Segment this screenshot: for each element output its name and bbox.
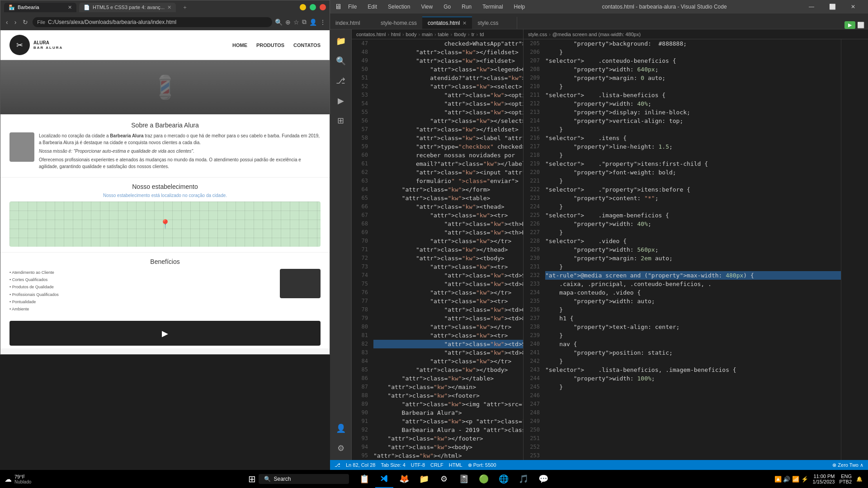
browser-tab-active[interactable]: 🏪 Barbearia ✕ (4, 3, 76, 12)
menu-view[interactable]: View (418, 3, 435, 11)
beneficios-image (280, 269, 321, 298)
nav-home[interactable]: HOME (232, 42, 247, 48)
vscode-close[interactable]: ✕ (843, 0, 863, 14)
close-button[interactable] (320, 4, 326, 10)
html-code-content: checked>WhatsApp"attr">class="kw"></labe… (372, 39, 523, 460)
tab-style-css[interactable]: style.css (472, 17, 517, 29)
beneficios-title: Benefícios (9, 258, 321, 265)
status-line-ending[interactable]: CRLF (430, 462, 443, 468)
logo-text: ALURA BAR ALURA (33, 40, 63, 50)
css-editor: style.css › @media screen and (max-width… (524, 29, 868, 460)
tab-contatos-html[interactable]: contatos.html ✕ (422, 17, 472, 29)
maximize-button[interactable] (310, 4, 316, 10)
status-port[interactable]: ⊗ Port: 5500 (468, 462, 496, 468)
statusbar: ⎇ Ln 82, Col 28 Tab Size: 4 UTF-8 CRLF H… (330, 460, 868, 470)
vscode-window-controls: — ⬜ ✕ (801, 0, 863, 14)
html-code-area[interactable]: 4748495051525354555657585960616263646566… (352, 39, 523, 460)
taskbar-app-chrome[interactable]: 🌐 (495, 470, 513, 488)
extensions-button[interactable]: ⧉ (302, 18, 307, 26)
taskbar-app-vscode[interactable] (375, 470, 393, 488)
menu-edit[interactable]: Edit (365, 3, 380, 11)
menu-button[interactable]: ⋮ (320, 19, 326, 26)
url-bar[interactable]: File C:/Users/alexa/Downloads/barbearia-… (33, 17, 272, 27)
vscode-window: 🖥 File Edit Selection View Go Run Termin… (330, 0, 868, 470)
notification-button[interactable]: 🔔 (856, 476, 863, 482)
menu-selection[interactable]: Selection (385, 3, 413, 11)
zoom-button[interactable]: 🔍 (275, 19, 283, 26)
search-bar[interactable]: 🔍 Search (259, 474, 349, 484)
star-button[interactable]: ☆ (293, 19, 299, 26)
run-button[interactable]: ▶ (844, 21, 855, 29)
vscode-maximize[interactable]: ⬜ (822, 0, 843, 14)
sys-icons: 🔼 🔊 📶 ⚡ (774, 476, 808, 483)
taskbar: ☁ 79°F Nublado ⊞ 🔍 Search 📋 🦊 📁 ⚙ 📓 🟢 🌐 … (0, 470, 868, 488)
statusbar-right: ⊗ Zero Two ∧ (832, 462, 863, 468)
menu-terminal[interactable]: Terminal (480, 3, 505, 11)
taskbar-app-notion[interactable]: 📓 (455, 470, 473, 488)
status-encoding[interactable]: UTF-8 (411, 462, 425, 468)
menu-run[interactable]: Run (459, 3, 474, 11)
activity-explorer[interactable]: 📁 (333, 33, 349, 49)
start-button[interactable]: ⊞ (248, 474, 256, 484)
tab-contatos-close[interactable]: ✕ (462, 20, 467, 26)
nav-contatos[interactable]: CONTATOS (293, 42, 321, 48)
tab-index-html-label: index.html (335, 20, 360, 26)
menu-help[interactable]: Help (511, 3, 528, 11)
taskbar-app-settings[interactable]: ⚙ (435, 470, 453, 488)
taskbar-app-firefox[interactable]: 🦊 (395, 470, 413, 488)
vscode-body: 📁 🔍 ⎇ ▶ ⊞ 👤 ⚙ contatos.html › html › bod… (330, 29, 868, 460)
tab-style-home[interactable]: style-home.css (375, 17, 422, 29)
vscode-minimize[interactable]: — (801, 0, 822, 14)
taskbar-app-discord[interactable]: 💬 (534, 470, 552, 488)
bookmark-button[interactable]: ⊕ (285, 19, 291, 26)
profile-button[interactable]: 👤 (309, 19, 317, 26)
taskbar-app-spotify[interactable]: 🎵 (514, 470, 533, 488)
menu-file[interactable]: File (345, 3, 359, 11)
forward-button[interactable]: › (13, 18, 19, 27)
status-ln-col[interactable]: Ln 82, Col 28 (346, 462, 375, 468)
back-button[interactable]: ‹ (4, 18, 10, 27)
tab-index-html[interactable]: index.html (330, 17, 375, 29)
taskbar-app-clipboard[interactable]: 📋 (355, 470, 373, 488)
activity-settings[interactable]: ⚙ (333, 440, 349, 456)
nav-produtos[interactable]: PRODUTOS (256, 42, 284, 48)
taskbar-app-green[interactable]: 🟢 (475, 470, 493, 488)
tab-label: Barbearia (18, 5, 39, 10)
tab2-close-button[interactable]: ✕ (167, 5, 171, 10)
activity-search[interactable]: 🔍 (333, 53, 349, 69)
split-editor-button[interactable]: ⬜ (857, 22, 864, 28)
minimize-button[interactable] (300, 4, 306, 10)
minimap-content (841, 39, 868, 460)
about-content: Localizado no coração da cidade a Barbea… (9, 132, 321, 170)
weather-temp: 79°F (14, 474, 31, 479)
reload-button[interactable]: ↻ (21, 18, 30, 27)
beneficios-list: • Atendimento ao Cliente • Cortes Qualif… (9, 269, 275, 313)
activity-extensions[interactable]: ⊞ (333, 113, 349, 129)
taskbar-app-files[interactable]: 📁 (415, 470, 433, 488)
browser-content: ✂ ALURA BAR ALURA HOME PRODUTOS CONTATOS… (0, 30, 330, 354)
about-paragraph-2: Oferecemos profissionais experientes e a… (39, 156, 321, 170)
activity-git[interactable]: ⎇ (333, 73, 349, 89)
css-code-area[interactable]: 2052062072082092102112122132142152162172… (524, 39, 841, 460)
url-protocol: File (37, 19, 45, 25)
beneficios-content: • Atendimento ao Cliente • Cortes Qualif… (9, 269, 321, 313)
status-language[interactable]: HTML (449, 462, 462, 468)
status-branch: ⎇ (335, 462, 340, 468)
tab-style-home-label: style-home.css (381, 20, 417, 26)
bc-file: contatos.html (356, 32, 386, 37)
browser-tab-2[interactable]: 📄 HTML5 e CSS3 parte 4: avanç... ✕ (79, 3, 176, 12)
vscode-logo-icon: 🖥 (335, 3, 342, 11)
new-tab-button[interactable]: ＋ (179, 2, 191, 13)
tab-close-button[interactable]: ✕ (68, 5, 72, 10)
activity-run[interactable]: ▶ (333, 93, 349, 109)
activity-account[interactable]: 👤 (333, 420, 349, 436)
status-tabsize[interactable]: Tab Size: 4 (381, 462, 405, 468)
html-line-numbers: 4748495051525354555657585960616263646566… (352, 39, 372, 460)
about-title: Sobre a Barbearia Alura (9, 122, 321, 129)
menu-go[interactable]: Go (441, 3, 453, 11)
run-controls: ▶ ⬜ (841, 21, 868, 29)
sys-time[interactable]: 11:00 PM 1/15/2023 (813, 474, 835, 484)
taskbar-apps: 📋 🦊 📁 ⚙ 📓 🟢 🌐 🎵 💬 (352, 470, 556, 488)
video-section: ▶ (0, 318, 330, 348)
site-logo: ✂ ALURA BAR ALURA (9, 35, 63, 55)
